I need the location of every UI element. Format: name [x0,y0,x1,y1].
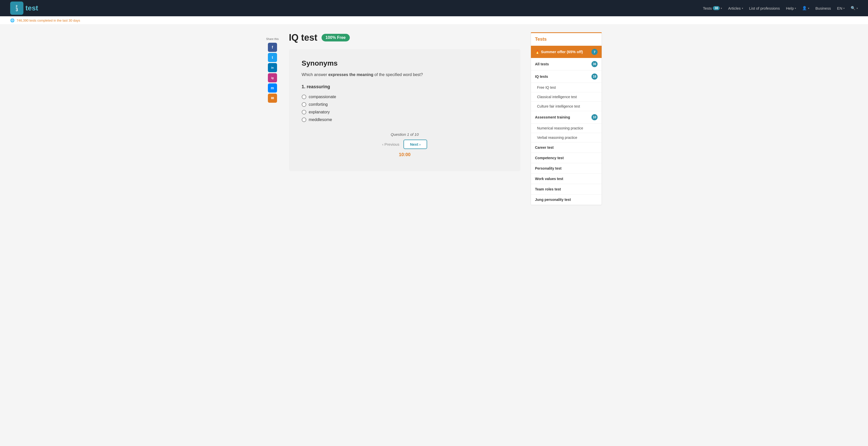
logo-text: test [25,4,38,12]
summer-offer-count: 7 [591,49,597,55]
chevron-down-icon: ▾ [721,7,722,10]
summer-offer-item[interactable]: 🔥 Summer offer (65% off) 7 [531,46,602,58]
nav-items: Tests 38 ▾ Articles ▾ List of profession… [703,6,858,10]
quiz-footer: Question 1 of 10 ‹ Previous Next › 10:00 [302,132,508,157]
sidebar-competency-test[interactable]: Competency test [531,153,602,163]
sidebar-iq-tests[interactable]: IQ tests 18 [531,70,602,83]
question-label: 1. reassuring [302,84,508,90]
radio-explanatory[interactable] [302,110,306,115]
nav-tests[interactable]: Tests 38 ▾ [703,6,722,10]
sidebar-free-iq[interactable]: Free IQ test [531,83,602,92]
nav-user[interactable]: 👤 ▾ [802,6,809,10]
quiz-instruction: Which answer expresses the meaning of th… [302,72,508,77]
previous-button[interactable]: ‹ Previous [382,142,399,147]
option-compassionate[interactable]: compassionate [302,95,508,99]
search-icon: 🔍 [851,6,856,10]
sidebar-title: Tests [531,33,602,46]
sidebar-panel: Tests 🔥 Summer offer (65% off) 7 All tes… [531,32,602,205]
right-sidebar: Tests 🔥 Summer offer (65% off) 7 All tes… [531,32,602,205]
logo-area[interactable]: 23 test [10,2,38,15]
sidebar-career-test[interactable]: Career test [531,142,602,153]
sidebar-team-roles-test[interactable]: Team roles test [531,184,602,194]
facebook-share-button[interactable]: f [268,43,277,52]
main-container: Share this f t in ig m ✉ IQ test 100% Fr… [256,25,612,213]
nav-articles[interactable]: Articles ▾ [728,6,743,10]
chevron-down-icon: ▾ [742,7,743,10]
globe-icon: 🌐 [10,18,14,22]
quiz-section-title: Synonyms [302,59,508,67]
sidebar-numerical-reasoning[interactable]: Numerical reasoning practice [531,124,602,133]
free-badge: 100% Free [321,34,350,41]
sidebar-all-tests[interactable]: All tests 36 [531,58,602,70]
messenger-share-button[interactable]: m [268,84,277,93]
nav-search[interactable]: 🔍 ▾ [851,6,858,10]
share-sidebar: Share this f t in ig m ✉ [266,32,279,205]
nav-help[interactable]: Help ▾ [786,6,796,10]
nav-business[interactable]: Business [815,6,831,10]
nav-professions[interactable]: List of professions [749,6,780,10]
sidebar-jung-personality-test[interactable]: Jung personality test [531,194,602,205]
twitter-share-button[interactable]: t [268,53,277,62]
content-area: IQ test 100% Free Synonyms Which answer … [289,32,521,205]
sidebar-personality-test[interactable]: Personality test [531,163,602,174]
page-title: IQ test [289,32,317,43]
chevron-down-icon: ▾ [843,7,845,10]
nav-buttons: ‹ Previous Next › [382,139,427,149]
nav-language[interactable]: EN ▾ [837,6,845,10]
chevron-down-icon: ▾ [795,7,796,10]
instagram-share-button[interactable]: ig [268,73,277,83]
page-title-area: IQ test 100% Free [289,32,521,43]
sidebar-assessment-training[interactable]: Assessment training 10 [531,111,602,124]
next-button[interactable]: Next › [403,139,427,149]
sidebar-culture-fair[interactable]: Culture fair intelligence test [531,102,602,111]
sidebar-work-values-test[interactable]: Work values test [531,174,602,184]
header: 23 test Tests 38 ▾ Articles ▾ List of pr… [0,0,868,16]
chevron-down-icon: ▾ [808,7,809,10]
question-counter: Question 1 of 10 [391,132,419,136]
all-tests-count: 36 [591,61,597,67]
sidebar-classical-intelligence[interactable]: Classical intelligence test [531,92,602,102]
timer: 10:00 [399,152,411,157]
user-icon: 👤 [802,6,807,10]
email-share-button[interactable]: ✉ [268,94,277,103]
sub-header: 🌐 746,390 tests completed in the last 30… [0,16,868,25]
logo-icon: 23 [10,2,23,15]
linkedin-share-button[interactable]: in [268,63,277,72]
share-label: Share this [266,37,279,41]
options-list: compassionate comforting explanatory med… [302,95,508,122]
sidebar-verbal-reasoning[interactable]: Verbal reasoning practice [531,133,602,142]
iq-tests-count: 18 [591,73,597,79]
option-meddlesome[interactable]: meddlesome [302,118,508,122]
option-comforting[interactable]: comforting [302,102,508,107]
radio-compassionate[interactable] [302,95,306,99]
radio-meddlesome[interactable] [302,118,306,122]
assessment-count: 10 [591,114,597,120]
option-explanatory[interactable]: explanatory [302,110,508,115]
radio-comforting[interactable] [302,102,306,107]
quiz-card: Synonyms Which answer expresses the mean… [289,49,521,171]
chevron-down-icon: ▾ [857,7,858,10]
